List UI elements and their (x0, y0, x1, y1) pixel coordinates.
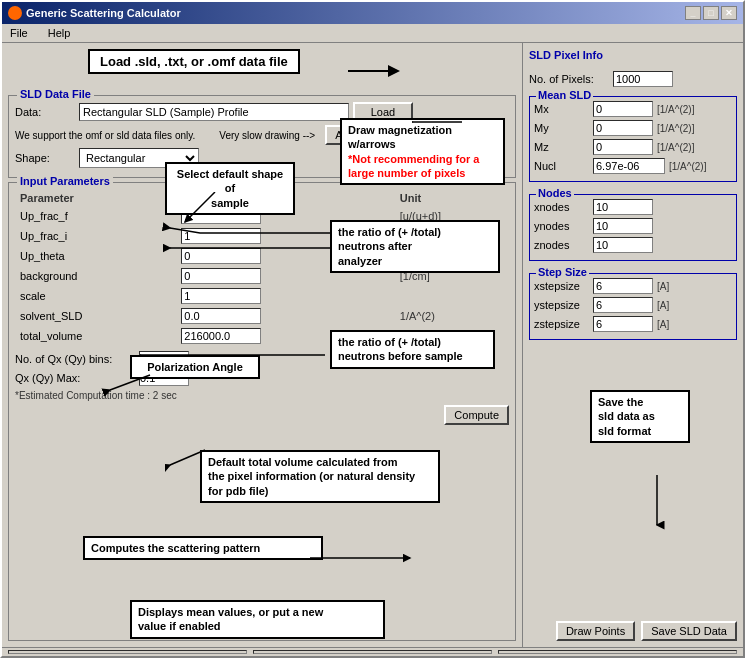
param-3: background (17, 267, 176, 285)
my-unit: [1/A^(2)] (657, 123, 694, 134)
nucl-input[interactable] (593, 158, 665, 174)
compute-button[interactable]: Compute (444, 405, 509, 425)
main-window: Generic Scattering Calculator _ □ ✕ File… (0, 0, 745, 658)
unit-1: [u/(u+d)] (397, 227, 507, 245)
table-row: Up_theta [deg] (17, 247, 507, 265)
mx-unit: [1/A^(2)] (657, 104, 694, 115)
mz-row: Mz [1/A^(2)] (534, 139, 732, 155)
zstep-label: zstepsize (534, 318, 589, 330)
load-arrow-svg (348, 61, 408, 81)
data-label: Data: (15, 106, 75, 118)
param-4: scale (17, 287, 176, 305)
param-2: Up_theta (17, 247, 176, 265)
xstep-input[interactable] (593, 278, 653, 294)
save-sld-data-button[interactable]: Save SLD Data (641, 621, 737, 641)
params-table: Parameter Value Unit Up_frac_f [u/(u+d)] (15, 189, 509, 347)
status-item-1 (253, 650, 492, 654)
col-empty (381, 191, 395, 205)
nucl-label: Nucl (534, 160, 589, 172)
xstep-label: xstepsize (534, 280, 589, 292)
xstep-unit: [A] (657, 281, 669, 292)
mean-sld-group: Mean SLD Mx [1/A^(2)] My [1/A^(2)] Mz [1… (529, 96, 737, 182)
ystep-row: ystepsize [A] (534, 297, 732, 313)
value-0[interactable] (181, 208, 261, 224)
zstep-input[interactable] (593, 316, 653, 332)
input-parameters-group: Input Parameters Parameter Value Unit Up… (8, 182, 516, 641)
table-row: scale (17, 287, 507, 305)
value-1[interactable] (181, 228, 261, 244)
data-input[interactable] (79, 103, 349, 121)
nucl-row: Nucl [1/A^(2)] (534, 158, 732, 174)
value-2[interactable] (181, 248, 261, 264)
ystep-unit: [A] (657, 300, 669, 311)
znodes-label: znodes (534, 239, 589, 251)
value-6[interactable] (181, 328, 261, 344)
unit-0: [u/(u+d)] (397, 207, 507, 225)
unit-6: A^(3) (397, 327, 507, 345)
mz-unit: [1/A^(2)] (657, 142, 694, 153)
znodes-input[interactable] (593, 237, 653, 253)
value-4[interactable] (181, 288, 261, 304)
status-bar (2, 647, 743, 656)
ynodes-label: ynodes (534, 220, 589, 232)
ystep-label: ystepsize (534, 299, 589, 311)
zstep-unit: [A] (657, 319, 669, 330)
shape-select[interactable]: Rectangular Elliptical Cylindrical (79, 148, 199, 168)
ystep-input[interactable] (593, 297, 653, 313)
col-unit: Unit (397, 191, 507, 205)
close-button[interactable]: ✕ (721, 6, 737, 20)
qx-max-label: Qx (Qy) Max: (15, 372, 135, 384)
xnodes-input[interactable] (593, 199, 653, 215)
mx-input[interactable] (593, 101, 653, 117)
unit-2: [deg] (397, 247, 507, 265)
mz-label: Mz (534, 141, 589, 153)
support-row: We support the omf or sld data files onl… (15, 125, 509, 145)
param-1: Up_frac_i (17, 227, 176, 245)
col-value: Value (178, 191, 378, 205)
arrow-draw-button[interactable]: Arrow Draw (325, 125, 402, 145)
my-input[interactable] (593, 120, 653, 136)
title-bar-left: Generic Scattering Calculator (8, 6, 181, 20)
qx-bins-row: No. of Qx (Qy) bins: (15, 351, 509, 367)
nodes-title: Nodes (536, 187, 574, 199)
status-item-0 (8, 650, 247, 654)
mean-sld-title: Mean SLD (536, 89, 593, 101)
title-bar: Generic Scattering Calculator _ □ ✕ (2, 2, 743, 24)
shape-row: Shape: Rectangular Elliptical Cylindrica… (15, 148, 509, 168)
minimize-button[interactable]: _ (685, 6, 701, 20)
no-of-qx-label: No. of Qx (Qy) bins: (15, 353, 135, 365)
my-label: My (534, 122, 589, 134)
param-0: Up_frac_f (17, 207, 176, 225)
support-text: We support the omf or sld data files onl… (15, 130, 195, 141)
step-size-title: Step Size (536, 266, 589, 278)
unit-4 (397, 287, 507, 305)
maximize-button[interactable]: □ (703, 6, 719, 20)
qx-bins-input[interactable] (139, 351, 189, 367)
value-3[interactable] (181, 268, 261, 284)
value-5[interactable] (181, 308, 261, 324)
draw-points-button[interactable]: Draw Points (556, 621, 635, 641)
mx-row: Mx [1/A^(2)] (534, 101, 732, 117)
ynodes-input[interactable] (593, 218, 653, 234)
input-parameters-title: Input Parameters (17, 175, 113, 187)
qx-max-input[interactable] (139, 370, 189, 386)
pixels-input[interactable] (613, 71, 673, 87)
mz-input[interactable] (593, 139, 653, 155)
load-button[interactable]: Load (353, 102, 413, 122)
col-parameter: Parameter (17, 191, 176, 205)
unit-5: 1/A^(2) (397, 307, 507, 325)
load-tooltip-box: Load .sld, .txt, or .omf data file (88, 49, 300, 74)
menu-help[interactable]: Help (44, 26, 75, 40)
shape-label: Shape: (15, 152, 75, 164)
param-6: total_volume (17, 327, 176, 345)
znodes-row: znodes (534, 237, 732, 253)
unit-3: [1/cm] (397, 267, 507, 285)
data-row: Data: Load (15, 102, 509, 122)
sld-data-file-title: SLD Data File (17, 88, 94, 100)
menu-file[interactable]: File (6, 26, 32, 40)
mx-label: Mx (534, 103, 589, 115)
xnodes-label: xnodes (534, 201, 589, 213)
bottom-buttons: Draw Points Save SLD Data (529, 621, 737, 641)
right-panel: SLD Pixel Info No. of Pixels: Mean SLD M… (523, 43, 743, 647)
table-row: Up_frac_i [u/(u+d)] (17, 227, 507, 245)
